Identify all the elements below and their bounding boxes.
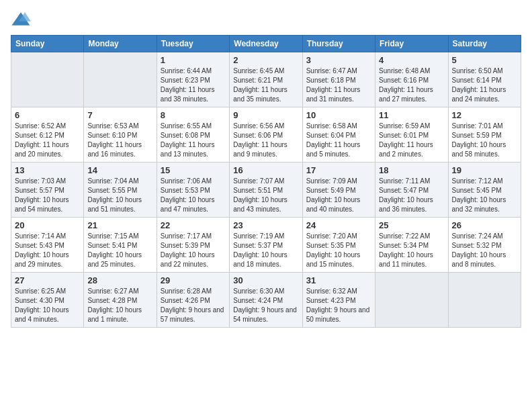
page-header: [11, 11, 521, 27]
calendar-cell: 25Sunrise: 7:22 AMSunset: 5:34 PMDayligh…: [375, 218, 448, 273]
calendar-cell: 9Sunrise: 6:56 AMSunset: 6:06 PMDaylight…: [230, 107, 302, 163]
calendar-cell: 21Sunrise: 7:15 AMSunset: 5:41 PMDayligh…: [84, 218, 157, 273]
day-info: Sunrise: 7:01 AMSunset: 5:59 PMDaylight:…: [452, 122, 517, 159]
day-info: Sunrise: 6:55 AMSunset: 6:08 PMDaylight:…: [161, 122, 226, 159]
calendar-cell: 20Sunrise: 7:14 AMSunset: 5:43 PMDayligh…: [11, 218, 84, 273]
day-header-monday: Monday: [84, 36, 157, 52]
day-info: Sunrise: 6:53 AMSunset: 6:10 PMDaylight:…: [87, 122, 152, 159]
calendar-cell: 11Sunrise: 6:59 AMSunset: 6:01 PMDayligh…: [375, 107, 448, 163]
calendar-cell: [84, 52, 157, 107]
day-number: 28: [87, 275, 152, 285]
calendar-week-row: 27Sunrise: 6:25 AMSunset: 4:30 PMDayligh…: [11, 273, 521, 328]
calendar-cell: 15Sunrise: 7:06 AMSunset: 5:53 PMDayligh…: [157, 163, 229, 218]
day-info: Sunrise: 7:04 AMSunset: 5:55 PMDaylight:…: [87, 177, 152, 214]
day-number: 8: [161, 110, 226, 120]
day-info: Sunrise: 6:45 AMSunset: 6:21 PMDaylight:…: [233, 66, 298, 104]
day-info: Sunrise: 7:12 AMSunset: 5:45 PMDaylight:…: [452, 177, 517, 214]
day-number: 16: [233, 165, 298, 175]
day-info: Sunrise: 7:15 AMSunset: 5:41 PMDaylight:…: [87, 232, 152, 269]
day-info: Sunrise: 6:52 AMSunset: 6:12 PMDaylight:…: [15, 122, 80, 159]
calendar-cell: 22Sunrise: 7:17 AMSunset: 5:39 PMDayligh…: [157, 218, 229, 273]
day-info: Sunrise: 7:20 AMSunset: 5:35 PMDaylight:…: [306, 232, 371, 269]
day-number: 2: [233, 55, 298, 65]
calendar-cell: [11, 52, 84, 107]
day-header-saturday: Saturday: [448, 36, 521, 52]
calendar-cell: 24Sunrise: 7:20 AMSunset: 5:35 PMDayligh…: [302, 218, 375, 273]
calendar-week-row: 20Sunrise: 7:14 AMSunset: 5:43 PMDayligh…: [11, 218, 521, 273]
day-info: Sunrise: 7:07 AMSunset: 5:51 PMDaylight:…: [233, 177, 298, 214]
calendar-cell: 18Sunrise: 7:11 AMSunset: 5:47 PMDayligh…: [375, 163, 448, 218]
day-number: 19: [452, 165, 517, 175]
day-number: 6: [15, 110, 80, 120]
day-header-friday: Friday: [375, 36, 448, 52]
calendar-cell: 29Sunrise: 6:28 AMSunset: 4:26 PMDayligh…: [157, 273, 229, 328]
day-info: Sunrise: 6:30 AMSunset: 4:24 PMDaylight:…: [233, 287, 298, 324]
day-number: 21: [87, 220, 152, 230]
day-number: 13: [15, 165, 80, 175]
calendar-cell: 16Sunrise: 7:07 AMSunset: 5:51 PMDayligh…: [230, 163, 302, 218]
day-info: Sunrise: 6:27 AMSunset: 4:28 PMDaylight:…: [87, 287, 152, 324]
day-number: 27: [15, 275, 80, 285]
calendar-week-row: 6Sunrise: 6:52 AMSunset: 6:12 PMDaylight…: [11, 107, 521, 163]
calendar-cell: 30Sunrise: 6:30 AMSunset: 4:24 PMDayligh…: [230, 273, 302, 328]
day-number: 25: [379, 220, 444, 230]
day-info: Sunrise: 7:24 AMSunset: 5:32 PMDaylight:…: [452, 232, 517, 269]
day-number: 26: [452, 220, 517, 230]
day-number: 31: [306, 275, 371, 285]
calendar-header-row: SundayMondayTuesdayWednesdayThursdayFrid…: [11, 36, 521, 52]
day-number: 18: [379, 165, 444, 175]
day-number: 22: [161, 220, 226, 230]
day-number: 9: [233, 110, 298, 120]
day-number: 20: [15, 220, 80, 230]
calendar-cell: 6Sunrise: 6:52 AMSunset: 6:12 PMDaylight…: [11, 107, 84, 163]
day-number: 30: [233, 275, 298, 285]
calendar-cell: 1Sunrise: 6:44 AMSunset: 6:23 PMDaylight…: [157, 52, 229, 107]
calendar-week-row: 1Sunrise: 6:44 AMSunset: 6:23 PMDaylight…: [11, 52, 521, 107]
calendar-table: SundayMondayTuesdayWednesdayThursdayFrid…: [11, 35, 521, 328]
calendar-cell: [448, 273, 521, 328]
day-info: Sunrise: 7:14 AMSunset: 5:43 PMDaylight:…: [15, 232, 80, 269]
calendar-cell: 12Sunrise: 7:01 AMSunset: 5:59 PMDayligh…: [448, 107, 521, 163]
calendar-cell: 7Sunrise: 6:53 AMSunset: 6:10 PMDaylight…: [84, 107, 157, 163]
day-number: 17: [306, 165, 371, 175]
day-info: Sunrise: 6:25 AMSunset: 4:30 PMDaylight:…: [15, 287, 80, 324]
day-info: Sunrise: 7:22 AMSunset: 5:34 PMDaylight:…: [379, 232, 444, 269]
day-number: 14: [87, 165, 152, 175]
day-number: 5: [452, 55, 517, 65]
day-number: 7: [87, 110, 152, 120]
calendar-cell: 10Sunrise: 6:58 AMSunset: 6:04 PMDayligh…: [302, 107, 375, 163]
day-header-wednesday: Wednesday: [230, 36, 302, 52]
day-header-tuesday: Tuesday: [157, 36, 229, 52]
day-info: Sunrise: 7:17 AMSunset: 5:39 PMDaylight:…: [161, 232, 226, 269]
day-info: Sunrise: 6:58 AMSunset: 6:04 PMDaylight:…: [306, 122, 371, 159]
day-info: Sunrise: 6:50 AMSunset: 6:14 PMDaylight:…: [452, 66, 517, 104]
logo-icon: [11, 11, 31, 27]
logo: [11, 11, 35, 27]
day-info: Sunrise: 6:48 AMSunset: 6:16 PMDaylight:…: [379, 66, 444, 104]
day-info: Sunrise: 6:56 AMSunset: 6:06 PMDaylight:…: [233, 122, 298, 159]
day-info: Sunrise: 6:47 AMSunset: 6:18 PMDaylight:…: [306, 66, 371, 104]
day-number: 23: [233, 220, 298, 230]
day-number: 4: [379, 55, 444, 65]
day-number: 1: [161, 55, 226, 65]
day-number: 12: [452, 110, 517, 120]
calendar-cell: 2Sunrise: 6:45 AMSunset: 6:21 PMDaylight…: [230, 52, 302, 107]
calendar-cell: 27Sunrise: 6:25 AMSunset: 4:30 PMDayligh…: [11, 273, 84, 328]
day-number: 10: [306, 110, 371, 120]
day-info: Sunrise: 7:09 AMSunset: 5:49 PMDaylight:…: [306, 177, 371, 214]
day-number: 11: [379, 110, 444, 120]
calendar-cell: 26Sunrise: 7:24 AMSunset: 5:32 PMDayligh…: [448, 218, 521, 273]
calendar-cell: [375, 273, 448, 328]
day-info: Sunrise: 6:28 AMSunset: 4:26 PMDaylight:…: [161, 287, 226, 324]
calendar-cell: 3Sunrise: 6:47 AMSunset: 6:18 PMDaylight…: [302, 52, 375, 107]
day-info: Sunrise: 7:03 AMSunset: 5:57 PMDaylight:…: [15, 177, 80, 214]
calendar-cell: 4Sunrise: 6:48 AMSunset: 6:16 PMDaylight…: [375, 52, 448, 107]
calendar-week-row: 13Sunrise: 7:03 AMSunset: 5:57 PMDayligh…: [11, 163, 521, 218]
calendar-cell: 8Sunrise: 6:55 AMSunset: 6:08 PMDaylight…: [157, 107, 229, 163]
day-info: Sunrise: 7:19 AMSunset: 5:37 PMDaylight:…: [233, 232, 298, 269]
day-info: Sunrise: 7:06 AMSunset: 5:53 PMDaylight:…: [161, 177, 226, 214]
calendar-cell: 23Sunrise: 7:19 AMSunset: 5:37 PMDayligh…: [230, 218, 302, 273]
calendar-cell: 19Sunrise: 7:12 AMSunset: 5:45 PMDayligh…: [448, 163, 521, 218]
day-info: Sunrise: 7:11 AMSunset: 5:47 PMDaylight:…: [379, 177, 444, 214]
calendar-cell: 17Sunrise: 7:09 AMSunset: 5:49 PMDayligh…: [302, 163, 375, 218]
